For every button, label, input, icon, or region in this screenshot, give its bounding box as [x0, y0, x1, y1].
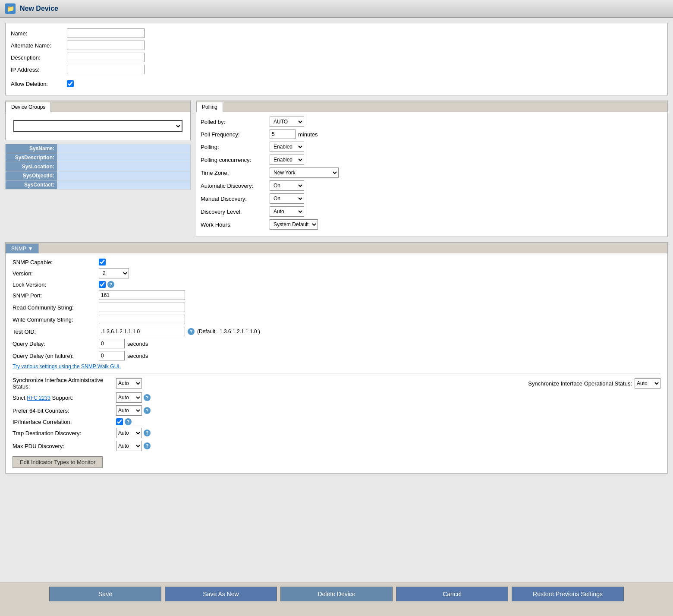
- ip-interface-row: IP/Interface Correlation: ?: [13, 418, 660, 425]
- two-panel: Device Groups SysName:: [5, 101, 668, 237]
- sys-name-label: SysName:: [6, 144, 57, 153]
- device-groups-tab[interactable]: Device Groups: [6, 102, 51, 112]
- allow-deletion-row: Allow Deletion:: [11, 80, 662, 87]
- ip-interface-label: IP/Interface Correlation:: [13, 419, 116, 425]
- test-oid-input[interactable]: [99, 327, 185, 336]
- auto-discovery-row: Automatic Discovery: On Off: [201, 180, 663, 191]
- strict-rfc-select[interactable]: Auto On Off: [116, 392, 142, 403]
- allow-deletion-label: Allow Deletion:: [11, 81, 67, 87]
- description-input[interactable]: [67, 53, 145, 62]
- lock-version-help-icon[interactable]: ?: [107, 281, 114, 288]
- sync-oper-select[interactable]: Auto On Off: [635, 378, 660, 389]
- strict-rfc-row: Strict RFC 2233 Support: Auto On Off ?: [13, 392, 660, 403]
- footer-bar: Save Save As New Delete Device Cancel Re…: [0, 582, 673, 606]
- sys-table: SysName: SysDescription: SysLocation: Sy…: [5, 144, 191, 190]
- timezone-select[interactable]: New York UTC Los Angeles Chicago: [270, 167, 339, 178]
- manual-discovery-select[interactable]: On Off: [270, 193, 304, 204]
- name-input[interactable]: [67, 28, 145, 38]
- work-hours-row: Work Hours: System Default Custom: [201, 219, 663, 230]
- read-community-input[interactable]: [99, 303, 185, 312]
- query-delay-failure-row: Query Delay (on failure): seconds: [13, 351, 660, 360]
- test-oid-help-icon[interactable]: ?: [188, 328, 195, 335]
- poll-freq-row: Poll Frequency: minutes: [201, 130, 663, 139]
- query-delay-failure-input[interactable]: [99, 351, 125, 360]
- work-hours-label: Work Hours:: [201, 221, 270, 228]
- max-pdu-row: Max PDU Discovery: Auto On Off ?: [13, 441, 660, 451]
- lock-version-checkbox[interactable]: [99, 281, 106, 288]
- auto-discovery-select[interactable]: On Off: [270, 180, 304, 191]
- cancel-button[interactable]: Cancel: [396, 587, 508, 601]
- polling-tab-content: Polled by: AUTO Manual Poll Frequency: m…: [196, 112, 667, 237]
- query-delay-label: Query Delay:: [13, 341, 99, 347]
- sync-oper-label: Synchronize Interface Operational Status…: [528, 380, 632, 387]
- restore-button[interactable]: Restore Previous Settings: [512, 587, 624, 601]
- discovery-level-label: Discovery Level:: [201, 208, 270, 215]
- strict-rfc-label: Strict RFC 2233 Support:: [13, 395, 116, 401]
- device-groups-tab-content: [6, 112, 190, 140]
- lock-version-label: Lock Version:: [13, 281, 99, 288]
- prefer-64bit-select[interactable]: Auto On Off: [116, 405, 142, 416]
- ip-interface-checkbox[interactable]: [116, 418, 123, 425]
- device-groups-tab-panel: Device Groups: [5, 101, 191, 140]
- query-delay-row: Query Delay: seconds: [13, 339, 660, 348]
- allow-deletion-checkbox[interactable]: [67, 80, 74, 87]
- query-delay-failure-label: Query Delay (on failure):: [13, 353, 99, 359]
- discovery-level-row: Discovery Level: Auto Level 1 Level 2: [201, 206, 663, 217]
- sync-admin-select[interactable]: Auto On Off: [116, 378, 142, 389]
- ip-interface-help-icon[interactable]: ?: [125, 418, 132, 425]
- test-oid-row: Test OID: ? (Default: .1.3.6.1.2.1.1.1.0…: [13, 327, 660, 336]
- rfc2233-link[interactable]: RFC 2233: [27, 395, 50, 401]
- polling-select[interactable]: Enabled Disabled: [270, 142, 304, 152]
- prefer-64bit-help-icon[interactable]: ?: [144, 407, 151, 414]
- snmp-section: SNMP ▼ SNMP Capable: Version: 1 2 3 Lock…: [5, 242, 668, 474]
- test-oid-label: Test OID:: [13, 329, 99, 335]
- version-select[interactable]: 1 2 3: [99, 268, 129, 278]
- save-button[interactable]: Save: [49, 587, 161, 601]
- polling-concurrency-select[interactable]: Enabled Disabled: [270, 155, 304, 165]
- polling-concurrency-label: Polling concurrency:: [201, 157, 270, 163]
- poll-freq-label: Poll Frequency:: [201, 131, 270, 138]
- max-pdu-help-icon[interactable]: ?: [144, 442, 151, 449]
- device-groups-panel: Device Groups SysName:: [5, 101, 191, 237]
- write-community-input[interactable]: [99, 315, 185, 324]
- sys-description-value: [57, 153, 191, 162]
- edit-indicator-button[interactable]: Edit Indicator Types to Monitor: [13, 456, 103, 468]
- main-content: Name: Alternate Name: Description: IP Ad…: [0, 18, 673, 582]
- max-pdu-select[interactable]: Auto On Off: [116, 441, 142, 451]
- snmp-tab[interactable]: SNMP ▼: [6, 243, 39, 253]
- trap-dest-help-icon[interactable]: ?: [144, 430, 151, 436]
- discovery-level-select[interactable]: Auto Level 1 Level 2: [270, 206, 304, 217]
- strict-rfc-help-icon[interactable]: ?: [144, 394, 151, 401]
- auto-discovery-label: Automatic Discovery:: [201, 183, 270, 189]
- snmp-port-input[interactable]: [99, 291, 185, 300]
- snmp-tab-label: SNMP: [11, 246, 26, 252]
- save-as-new-button[interactable]: Save As New: [165, 587, 277, 601]
- device-group-select[interactable]: [13, 120, 182, 132]
- work-hours-select[interactable]: System Default Custom: [270, 219, 318, 230]
- polled-by-label: Polled by:: [201, 119, 270, 125]
- test-oid-default: (Default: .1.3.6.1.2.1.1.1.0 ): [197, 329, 260, 335]
- snmp-capable-checkbox[interactable]: [99, 259, 106, 265]
- alternate-name-input[interactable]: [67, 41, 145, 50]
- query-delay-unit: seconds: [127, 341, 148, 347]
- sys-fields-container: SysName: SysDescription: SysLocation: Sy…: [5, 144, 191, 190]
- ip-address-row: IP Address:: [11, 65, 662, 74]
- polling-tab[interactable]: Polling: [196, 102, 223, 112]
- snmp-walk-link[interactable]: Try various settings using the SNMP Walk…: [13, 363, 121, 370]
- poll-freq-input[interactable]: [270, 130, 296, 139]
- manual-discovery-row: Manual Discovery: On Off: [201, 193, 663, 204]
- polling-panel: Polling Polled by: AUTO Manual Poll Freq…: [196, 101, 668, 237]
- delete-button[interactable]: Delete Device: [280, 587, 393, 601]
- trap-dest-row: Trap Destination Discovery: Auto On Off …: [13, 428, 660, 438]
- query-delay-input[interactable]: [99, 339, 125, 348]
- polled-by-select[interactable]: AUTO Manual: [270, 117, 304, 127]
- trap-dest-select[interactable]: Auto On Off: [116, 428, 142, 438]
- poll-freq-unit: minutes: [298, 131, 318, 138]
- group-select-container: [10, 117, 186, 136]
- ip-address-input[interactable]: [67, 65, 145, 74]
- snmp-walk-link-row: Try various settings using the SNMP Walk…: [13, 363, 660, 370]
- snmp-capable-label: SNMP Capable:: [13, 259, 99, 265]
- table-row: SysLocation:: [6, 162, 191, 171]
- table-row: SysName:: [6, 144, 191, 153]
- polling-tab-panel: Polling Polled by: AUTO Manual Poll Freq…: [196, 101, 668, 237]
